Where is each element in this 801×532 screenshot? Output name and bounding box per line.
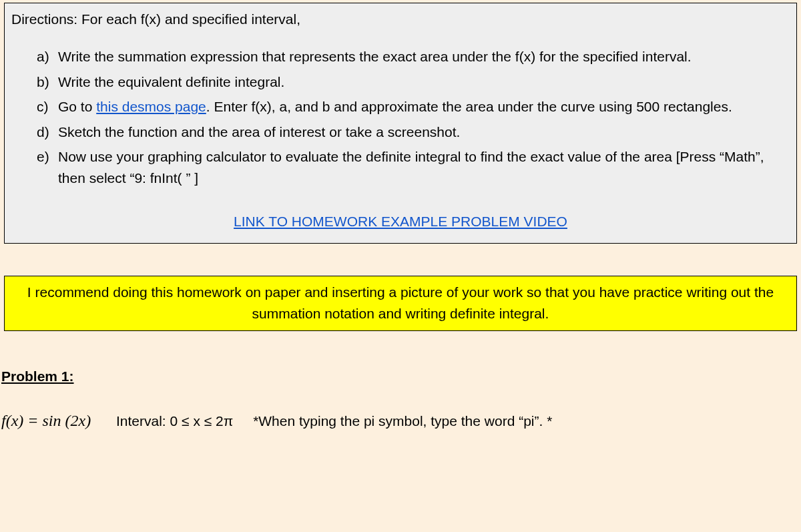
item-text: Write the equivalent definite integral. — [58, 74, 284, 89]
item-text-before: Go to — [58, 99, 96, 114]
instruction-item-c: c) Go to this desmos page. Enter f(x), a… — [37, 96, 790, 117]
problem-line: f(x) = sin (2x) Interval: 0 ≤ x ≤ 2π *Wh… — [0, 410, 801, 433]
instruction-item-a: a) Write the summation expression that r… — [37, 46, 790, 67]
list-content: Now use your graphing calculator to eval… — [58, 146, 790, 188]
list-content: Sketch the function and the area of inte… — [58, 121, 790, 143]
list-content: Go to this desmos page. Enter f(x), a, a… — [58, 96, 790, 117]
item-text: Sketch the function and the area of inte… — [58, 124, 460, 140]
item-text: Write the summation expression that repr… — [58, 49, 692, 64]
list-marker: e) — [37, 146, 58, 188]
problem-heading: Problem 1: — [0, 368, 801, 384]
instruction-item-d: d) Sketch the function and the area of i… — [37, 121, 790, 143]
list-content: Write the summation expression that repr… — [58, 46, 790, 67]
instruction-item-e: e) Now use your graphing calculator to e… — [37, 146, 790, 188]
list-marker: b) — [37, 71, 58, 93]
interval-text: Interval: 0 ≤ x ≤ 2π — [116, 413, 237, 429]
list-marker: d) — [37, 121, 58, 143]
video-link-wrap: LINK TO HOMEWORK EXAMPLE PROBLEM VIDEO — [11, 214, 790, 230]
item-text-after: . Enter f(x), a, and b and approximate t… — [206, 99, 732, 114]
directions-box: Directions: For each f(x) and specified … — [4, 3, 797, 244]
instruction-item-b: b) Write the equivalent definite integra… — [37, 71, 790, 93]
desmos-link[interactable]: this desmos page — [96, 99, 206, 114]
item-text: Now use your graphing calculator to eval… — [58, 149, 764, 186]
list-marker: c) — [37, 96, 58, 117]
interval-value: Interval: 0 ≤ x ≤ 2π — [116, 413, 233, 429]
directions-title: Directions: For each f(x) and specified … — [11, 11, 790, 27]
recommendation-box: I recommend doing this homework on paper… — [4, 276, 797, 331]
video-example-link[interactable]: LINK TO HOMEWORK EXAMPLE PROBLEM VIDEO — [234, 214, 567, 229]
pi-note: *When typing the pi symbol, type the wor… — [253, 413, 552, 429]
fx-expression: f(x) = sin (2x) — [1, 412, 91, 429]
list-content: Write the equivalent definite integral. — [58, 71, 790, 93]
instruction-list: a) Write the summation expression that r… — [11, 46, 790, 188]
list-marker: a) — [37, 46, 58, 67]
